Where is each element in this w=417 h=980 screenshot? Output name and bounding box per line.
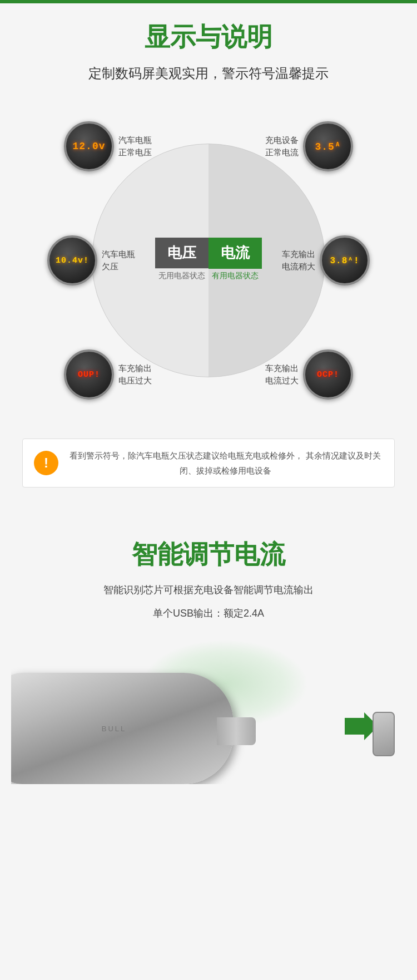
warning-box: ! 看到警示符号，除汽车电瓶欠压状态建议给电瓶充电或检修外， 其余情况建议及时关…: [22, 439, 395, 487]
node-top-right: 3.5ᴬ 充电设备 正常电流: [265, 121, 353, 171]
section2: 智能调节电流 智能识别芯片可根据充电设备智能调节电流输出 单个USB输出：额定2…: [0, 515, 417, 795]
label-top-right: 充电设备 正常电流: [265, 134, 299, 159]
display-value-mid-left: 10.4v!: [56, 256, 89, 265]
chip-visual: BULL: [11, 628, 406, 784]
section1-subtitle: 定制数码屏美观实用，警示符号温馨提示: [11, 65, 406, 82]
center-labels: 电压 电流 无用电器状态 有用电器状态: [155, 238, 262, 283]
node-mid-left: 10.4v! 汽车电瓶 欠压: [47, 235, 135, 285]
center-top-row: 电压 电流: [155, 238, 262, 268]
display-mid-left: 10.4v!: [47, 235, 97, 285]
label-mid-left: 汽车电瓶 欠压: [102, 248, 135, 273]
label-mid-right: 车充输出 电流稍大: [282, 248, 315, 273]
section2-desc2: 单个USB输出：额定2.4A: [11, 604, 406, 622]
node-mid-right: 3.8ᴬ! 车充输出 电流稍大: [282, 235, 370, 285]
charger-brand-label: BULL: [102, 724, 127, 732]
warning-text: 看到警示符号，除汽车电瓶欠压状态建议给电瓶充电或检修外， 其余情况建议及时关闭、…: [67, 448, 383, 478]
usb-device: [373, 712, 395, 756]
label-top-left: 汽车电瓶 正常电压: [118, 134, 152, 159]
display-value-mid-right: 3.8ᴬ!: [330, 255, 359, 266]
section2-title: 智能调节电流: [11, 538, 406, 572]
circle-diagram: 电压 电流 无用电器状态 有用电器状态 12.0v 汽车电瓶 正常电压 3.5ᴬ: [47, 99, 370, 422]
section1-title: 显示与说明: [11, 20, 406, 55]
display-top-right: 3.5ᴬ: [303, 121, 353, 171]
voltage-label: 电压: [155, 238, 209, 268]
display-mid-right: 3.8ᴬ!: [320, 235, 370, 285]
section1: 显示与说明 定制数码屏美观实用，警示符号温馨提示 电压 电流 无用电器状态 有用…: [0, 3, 417, 515]
node-top-left: 12.0v 汽车电瓶 正常电压: [64, 121, 152, 171]
center-bottom: 无用电器状态 有用电器状态: [155, 268, 262, 283]
label-bot-right: 车充输出 电流过大: [265, 362, 299, 387]
current-label: 电流: [209, 238, 262, 268]
charger-connector: [217, 717, 256, 745]
node-bot-left: OUP! 车充输出 电压过大: [64, 349, 152, 400]
no-device-state: 无用电器状态: [155, 268, 209, 283]
display-value-bot-left: OUP!: [78, 370, 100, 380]
display-bot-left: OUP!: [64, 349, 114, 400]
label-bot-left: 车充输出 电压过大: [118, 362, 152, 387]
display-bot-right: OCP!: [303, 349, 353, 400]
charger-body: BULL: [11, 673, 234, 784]
has-device-state: 有用电器状态: [209, 268, 262, 283]
node-bot-right: OCP! 车充输出 电流过大: [265, 349, 353, 400]
display-top-left: 12.0v: [64, 121, 114, 171]
display-value-top-left: 12.0v: [72, 141, 105, 152]
section2-desc1: 智能识别芯片可根据充电设备智能调节电流输出: [11, 581, 406, 599]
warning-icon: !: [34, 451, 58, 475]
display-value-top-right: 3.5ᴬ: [315, 140, 341, 152]
display-value-bot-right: OCP!: [317, 370, 339, 380]
